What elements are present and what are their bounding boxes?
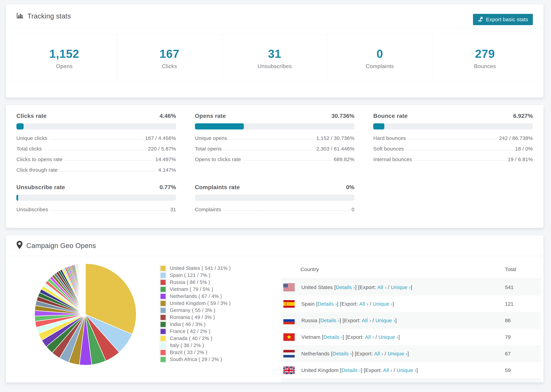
dotted-leader	[60, 171, 156, 171]
metric-value: 220 / 5.87%	[148, 146, 176, 152]
complaints-rate-section: Complaints rate0%Complaints0	[195, 184, 354, 212]
flag-es-icon	[283, 300, 295, 308]
geo-opens-legend: United States ( 541 / 31% )Spain ( 121 /…	[160, 265, 231, 363]
export-unique-link-spain[interactable]: Unique ›	[373, 301, 393, 307]
legend-swatch	[160, 265, 166, 272]
export-all-link-spain[interactable]: All ›	[359, 301, 368, 307]
country-total: 67	[505, 351, 541, 357]
export-unique-link-united-kingdom[interactable]: Unique ›	[397, 367, 417, 373]
rate-value: 4.46%	[160, 112, 176, 119]
metric-value: 2,303 / 61.446%	[316, 146, 354, 152]
metric-row: Total clicks220 / 5.87%	[16, 145, 176, 152]
export-button-label: Export basic stats	[486, 17, 528, 22]
legend-label: Spain ( 121 / 7% )	[170, 273, 211, 278]
details-link-united-kingdom[interactable]: Details ›	[342, 367, 361, 373]
metric-label: Soft bounces	[373, 146, 404, 152]
geo-opens-title-text: Campaign Geo Opens	[26, 242, 96, 250]
legend-item-canada: Canada ( 40 / 2% )	[160, 335, 231, 342]
dotted-leader	[414, 161, 505, 161]
export-all-link-vietnam[interactable]: All ›	[365, 334, 374, 340]
export-all-link-united-states[interactable]: All ›	[377, 284, 386, 290]
export-basic-stats-button[interactable]: Export basic stats	[473, 14, 533, 25]
metric-row: Unique opens1,152 / 30.736%	[195, 135, 354, 141]
metric-value: 4.147%	[158, 167, 176, 173]
geo-table-row-vietnam: Vietnam [Details ›] [Export: All › / Uni…	[281, 329, 541, 345]
legend-label: Italy ( 36 / 2% )	[170, 343, 204, 348]
legend-item-brazil: Brazil ( 33 / 2% )	[160, 349, 231, 356]
flag-us-icon	[283, 284, 295, 291]
bounce-rate-section: Bounce rate6.927%Hard bounces242 / 86.73…	[373, 112, 533, 173]
flag-nl-icon	[283, 350, 295, 357]
export-unique-link-vietnam[interactable]: Unique ›	[379, 334, 398, 340]
legend-item-italy: Italy ( 36 / 2% )	[160, 342, 231, 349]
legend-item-united-states: United States ( 541 / 31% )	[160, 265, 231, 272]
legend-item-russia: Russia ( 86 / 5% )	[160, 279, 231, 286]
legend-item-india: India ( 46 / 3% )	[160, 321, 231, 328]
legend-label: United Kingdom ( 59 / 3% )	[170, 301, 231, 306]
export-unique-link-united-states[interactable]: Unique ›	[391, 284, 411, 290]
metric-row: Clicks to opens rate14.497%	[16, 156, 176, 162]
geo-opens-title: Campaign Geo Opens	[16, 241, 96, 251]
export-all-link-united-kingdom[interactable]: All ›	[383, 367, 392, 373]
export-unique-link-russia[interactable]: Unique ›	[375, 318, 395, 323]
rate-title: Opens rate	[195, 112, 226, 119]
legend-label: Vietnam ( 79 / 5% )	[170, 287, 213, 292]
stat-tile-bounces: 279Bounces	[432, 34, 537, 82]
dotted-leader	[50, 139, 143, 140]
rates-grid: Clicks rate4.46%Unique clicks167 / 4.456…	[16, 112, 533, 212]
metric-value: 18 / 0%	[515, 146, 533, 152]
metric-value: 1,152 / 30.736%	[316, 135, 354, 141]
metric-label: Unique opens	[195, 135, 227, 141]
metric-row: Total opens2,303 / 61.446%	[195, 145, 354, 152]
rate-progress-bar	[16, 123, 176, 129]
legend-item-netherlands: Netherlands ( 67 / 4% )	[160, 293, 231, 300]
stat-label: Opens	[56, 63, 72, 70]
legend-item-france: France ( 42 / 2% )	[160, 328, 231, 335]
geo-table-row-germany: Germany [Details ›] [Export: All › / Uni…	[281, 378, 541, 383]
legend-label: Russia ( 86 / 5% )	[170, 280, 210, 285]
stat-tile-unsubscribes: 31Unsubscribes	[222, 34, 327, 82]
details-link-united-states[interactable]: Details ›	[336, 284, 355, 290]
geo-table-row-spain: Spain [Details ›] [Export: All › / Uniqu…	[281, 295, 541, 312]
metric-label: Internal bounces	[373, 156, 412, 162]
details-link-netherlands[interactable]: Details ›	[332, 351, 352, 357]
legend-swatch	[160, 328, 166, 335]
metric-label: Total opens	[195, 146, 222, 152]
export-unique-link-netherlands[interactable]: Unique ›	[388, 351, 407, 357]
geo-table-row-russia: Russia [Details ›] [Export: All › / Uniq…	[281, 312, 541, 329]
country-name: Netherlands	[301, 351, 330, 357]
legend-item-united-kingdom: United Kingdom ( 59 / 3% )	[160, 300, 231, 307]
stat-label: Clicks	[162, 63, 177, 70]
metric-label: Opens to clicks rate	[195, 156, 241, 162]
dotted-leader	[243, 161, 332, 161]
export-all-link-russia[interactable]: All ›	[362, 318, 371, 323]
stat-value: 279	[475, 47, 495, 60]
details-link-vietnam[interactable]: Details ›	[323, 334, 343, 340]
country-name: Vietnam	[301, 334, 320, 340]
page-title: Tracking stats	[27, 12, 71, 20]
tracking-stats-card: Tracking stats Export basic stats 1,152O…	[6, 4, 544, 98]
legend-swatch	[160, 293, 166, 300]
metric-value: 14.497%	[155, 156, 176, 162]
rates-card: Clicks rate4.46%Unique clicks167 / 4.456…	[6, 105, 544, 228]
stat-label: Bounces	[474, 63, 496, 70]
tracking-stats-title: Tracking stats	[16, 12, 71, 21]
country-name: Spain	[301, 301, 315, 307]
legend-swatch	[160, 286, 166, 293]
legend-swatch	[160, 321, 166, 328]
stat-tile-clicks: 167Clicks	[117, 34, 222, 82]
tracking-stats-header: Tracking stats Export basic stats	[6, 4, 544, 28]
rate-progress-bar	[195, 195, 354, 201]
clicks-rate-section: Clicks rate4.46%Unique clicks167 / 4.456…	[16, 112, 176, 173]
geo-opens-pie-chart	[33, 262, 137, 366]
legend-swatch	[160, 307, 166, 314]
stat-tile-complaints: 0Complaints	[327, 34, 433, 82]
export-all-link-netherlands[interactable]: All ›	[374, 351, 383, 357]
metric-label: Unique clicks	[16, 135, 47, 141]
details-link-spain[interactable]: Details ›	[318, 301, 337, 307]
dotted-leader	[65, 161, 153, 161]
geo-opens-table: Country Total United States [Details ›] …	[281, 260, 541, 383]
legend-item-spain: Spain ( 121 / 7% )	[160, 272, 231, 279]
details-link-russia[interactable]: Details ›	[320, 318, 340, 323]
legend-label: South Africa ( 29 / 2% )	[170, 357, 222, 362]
